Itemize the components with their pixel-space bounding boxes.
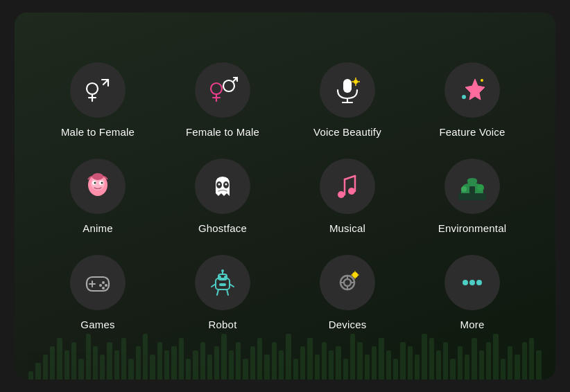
- item-voice-beautify[interactable]: Voice Beautify: [285, 55, 410, 145]
- eq-bar: [436, 350, 441, 380]
- item-female-to-male[interactable]: Female to Male: [160, 55, 285, 145]
- item-robot[interactable]: Robot: [160, 248, 285, 337]
- svg-point-6: [211, 83, 222, 94]
- svg-line-38: [345, 176, 355, 179]
- voice-beautify-icon-circle: [320, 62, 375, 118]
- eq-bar: [43, 355, 48, 380]
- svg-rect-56: [219, 283, 226, 286]
- eq-bar: [250, 346, 255, 380]
- svg-point-35: [348, 188, 355, 195]
- robot-label: Robot: [208, 319, 236, 330]
- eq-bar: [293, 359, 298, 380]
- svg-point-27: [94, 181, 96, 184]
- item-feature-voice[interactable]: Feature Voice: [410, 55, 535, 145]
- item-games[interactable]: Games: [35, 248, 160, 337]
- eq-bar: [150, 355, 155, 380]
- musical-icon-circle: [320, 159, 375, 214]
- musical-label: Musical: [329, 222, 365, 234]
- svg-point-0: [87, 83, 98, 94]
- eq-bar: [64, 350, 69, 380]
- svg-point-16: [354, 80, 358, 84]
- feature-voice-label: Feature Voice: [439, 126, 505, 138]
- female-to-male-label: Female to Male: [186, 126, 259, 138]
- eq-bar: [28, 371, 33, 380]
- item-ghostface[interactable]: Ghostface: [160, 152, 285, 241]
- eq-bar: [393, 359, 398, 380]
- svg-point-22: [481, 79, 483, 82]
- environmental-label: Environmental: [438, 222, 506, 234]
- eq-bar: [458, 346, 463, 380]
- eq-bar: [193, 350, 198, 380]
- svg-point-53: [221, 269, 224, 272]
- svg-point-32: [218, 183, 221, 185]
- eq-bar: [35, 363, 40, 380]
- svg-rect-39: [458, 193, 486, 200]
- eq-bar: [114, 350, 119, 380]
- eq-bar: [508, 346, 512, 380]
- main-card: Male to Female Female to Male Voice Beau…: [15, 12, 555, 380]
- eq-bar: [300, 346, 305, 380]
- anime-icon-circle: [70, 159, 126, 214]
- svg-point-73: [469, 280, 475, 285]
- robot-icon-circle: [195, 255, 250, 310]
- eq-bar: [136, 346, 141, 380]
- male-to-female-label: Male to Female: [61, 126, 135, 138]
- svg-point-72: [463, 280, 468, 285]
- eq-bar: [465, 355, 469, 380]
- eq-bar: [279, 350, 284, 380]
- svg-point-42: [477, 184, 484, 191]
- eq-bar: [315, 355, 320, 380]
- eq-bar: [128, 359, 133, 380]
- svg-line-59: [217, 289, 218, 295]
- eq-bar: [386, 350, 391, 380]
- male-to-female-icon-circle: [70, 62, 126, 118]
- eq-bar: [78, 359, 83, 380]
- eq-bar: [214, 346, 219, 380]
- anime-label: Anime: [83, 222, 113, 234]
- svg-point-62: [344, 279, 351, 286]
- eq-bar: [207, 355, 212, 380]
- eq-bar: [450, 359, 455, 380]
- svg-point-49: [102, 287, 105, 289]
- eq-bar: [479, 350, 484, 380]
- item-more[interactable]: More: [410, 248, 535, 337]
- svg-point-41: [461, 186, 467, 192]
- svg-rect-13: [343, 79, 352, 93]
- svg-line-60: [227, 289, 228, 295]
- devices-label: Devices: [329, 319, 367, 330]
- environmental-icon-circle: [444, 159, 500, 214]
- item-musical[interactable]: Musical: [285, 152, 410, 241]
- eq-bar: [336, 346, 340, 380]
- eq-bar: [164, 350, 169, 380]
- svg-point-21: [462, 95, 466, 99]
- item-devices[interactable]: Devices: [285, 248, 410, 337]
- eq-bar: [50, 346, 55, 380]
- games-label: Games: [80, 319, 114, 330]
- svg-point-46: [102, 281, 105, 284]
- eq-bar: [100, 355, 105, 380]
- svg-point-28: [101, 181, 103, 184]
- item-anime[interactable]: Anime: [35, 152, 160, 241]
- more-label: More: [460, 319, 485, 330]
- eq-bar: [372, 346, 377, 380]
- ghostface-icon-circle: [195, 159, 250, 214]
- svg-point-54: [218, 276, 221, 278]
- eq-bar: [515, 355, 519, 380]
- eq-bar: [365, 355, 370, 380]
- eq-bar: [93, 346, 98, 380]
- more-icon-circle: [444, 255, 500, 310]
- ghostface-label: Ghostface: [198, 222, 247, 234]
- feature-voice-icon-circle: [444, 62, 500, 118]
- item-male-to-female[interactable]: Male to Female: [35, 55, 160, 145]
- eq-bar: [229, 350, 234, 380]
- eq-bar: [243, 359, 248, 380]
- eq-bar: [415, 355, 420, 380]
- svg-point-55: [224, 276, 227, 278]
- eq-bar: [501, 359, 506, 380]
- svg-point-33: [225, 183, 227, 185]
- svg-point-74: [476, 280, 482, 285]
- item-environmental[interactable]: Environmental: [410, 152, 535, 241]
- eq-bar: [186, 359, 191, 380]
- svg-point-47: [105, 284, 107, 287]
- games-icon-circle: [70, 255, 126, 310]
